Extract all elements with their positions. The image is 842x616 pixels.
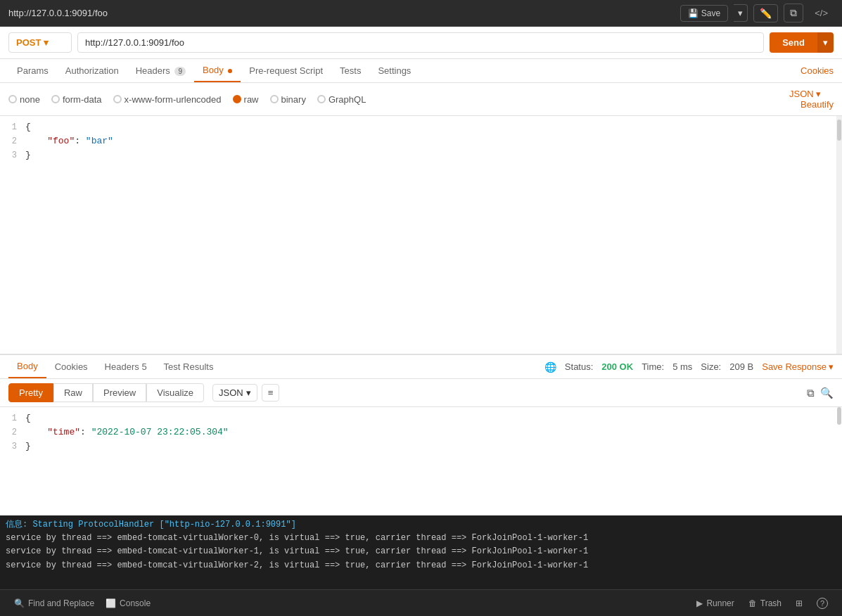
save-response-label: Save Response (762, 361, 827, 372)
req-keyval: "foo": "bar" (25, 136, 842, 146)
radio-none[interactable]: none (8, 94, 40, 105)
response-tab-cookies[interactable]: Cookies (46, 356, 96, 378)
method-select[interactable]: POST ▾ (8, 32, 72, 53)
request-body-wrapper: 1 { 2 "foo": "bar" 3 } (0, 116, 842, 354)
req-line-2: 2 "foo": "bar" (0, 136, 842, 150)
save-response-button[interactable]: Save Response ▾ (762, 361, 834, 372)
tab-tests[interactable]: Tests (331, 60, 369, 82)
tab-headers[interactable]: Headers 9 (127, 60, 194, 82)
req-linenum-2: 2 (0, 136, 25, 146)
request-code-area[interactable]: 1 { 2 "foo": "bar" 3 } (0, 116, 842, 354)
save-icon: 💾 (688, 8, 699, 18)
terminal-line-3: service by thread ==> embed-tomcat-virtu… (6, 559, 836, 572)
save-button[interactable]: 💾 Save (680, 5, 728, 22)
res-brace-open: { (25, 413, 842, 423)
radio-urlencoded[interactable]: x-www-form-urlencoded (113, 94, 222, 105)
filter-button[interactable]: ≡ (262, 384, 280, 402)
radio-form-data-label: form-data (63, 94, 102, 105)
tab-settings[interactable]: Settings (369, 60, 419, 82)
trash-item[interactable]: 🗑 Trash (743, 598, 787, 608)
body-options-right: JSON ▾ Beautify (789, 89, 834, 110)
globe-icon: 🌐 (544, 361, 556, 373)
res-linenum-3: 3 (0, 441, 25, 451)
res-line-1: 1 { (0, 413, 842, 427)
req-linenum-3: 3 (0, 150, 25, 160)
view-tab-preview[interactable]: Preview (93, 383, 146, 402)
radio-binary[interactable]: binary (270, 94, 306, 105)
view-right: ⧉ 🔍 (807, 387, 834, 399)
response-json-select[interactable]: JSON ▾ (212, 384, 257, 402)
radio-form-data[interactable]: form-data (51, 94, 102, 105)
view-tab-pretty[interactable]: Pretty (8, 383, 53, 402)
res-linenum-2: 2 (0, 427, 25, 437)
tab-pre-request-script[interactable]: Pre-request Script (241, 60, 331, 82)
radio-raw-dot (233, 95, 241, 103)
req-val: "bar" (86, 136, 113, 146)
response-section: Body Cookies Headers 5 Test Results 🌐 St… (0, 354, 842, 515)
res-line-3: 3 } (0, 441, 842, 455)
console-label: Console (120, 598, 151, 608)
console-item[interactable]: ⬜ Console (100, 598, 156, 608)
response-tab-test-results-label: Test Results (164, 361, 214, 372)
size-value: 209 B (729, 361, 753, 372)
size-label: Size: (701, 361, 721, 372)
beautify-button[interactable]: Beautify (800, 99, 834, 110)
tab-params[interactable]: Params (8, 60, 57, 82)
view-tab-visualize[interactable]: Visualize (146, 383, 204, 402)
postman-area: POST ▾ Send ▾ Params Authorization Heade… (0, 27, 842, 354)
radio-raw[interactable]: raw (233, 94, 259, 105)
title-bar-right: 💾 Save ▾ ✏️ ⧉ </> (680, 4, 834, 23)
req-key: "foo" (47, 136, 75, 146)
bottom-bar: 🔍 Find and Replace ⬜ Console ▶ Runner 🗑 … (0, 589, 842, 616)
req-line-3: 3 } (0, 150, 842, 164)
radio-none-dot (8, 95, 17, 103)
res-scrollbar-thumb[interactable] (837, 407, 841, 425)
view-tabs: Pretty Raw Preview Visualize JSON ▾ ≡ ⧉ … (0, 379, 842, 407)
response-tab-cookies-label: Cookies (55, 361, 88, 372)
response-code-wrapper: 1 { 2 "time": "2022-10-07 23:22:05.304" … (0, 407, 842, 515)
method-dropdown-icon: ▾ (44, 37, 49, 48)
req-brace-close: } (25, 150, 842, 160)
response-tab-headers[interactable]: Headers 5 (96, 356, 155, 378)
url-input[interactable] (77, 32, 764, 53)
send-main-button[interactable]: Send (770, 32, 817, 53)
req-linenum-1: 1 (0, 122, 25, 132)
bottom-bar-right: ▶ Runner 🗑 Trash ⊞ ? (691, 598, 834, 609)
layout-item[interactable]: ⊞ (790, 598, 808, 608)
method-label: POST (16, 37, 41, 48)
url-bar: POST ▾ Send ▾ (0, 27, 842, 59)
save-response-chevron: ▾ (829, 361, 834, 372)
runner-item[interactable]: ▶ Runner (691, 598, 739, 608)
edit-button[interactable]: ✏️ (753, 4, 778, 23)
time-value: 5 ms (672, 361, 692, 372)
copy-icon: ⧉ (807, 387, 815, 399)
radio-raw-label: raw (244, 94, 259, 105)
tab-headers-label: Headers (136, 65, 170, 76)
send-dropdown-button[interactable]: ▾ (817, 32, 834, 53)
body-dot (228, 69, 232, 73)
code-button[interactable]: </> (809, 5, 834, 21)
title-bar: http://127.0.0.1:9091/foo 💾 Save ▾ ✏️ ⧉ … (0, 0, 842, 27)
scrollbar-thumb[interactable] (837, 120, 841, 141)
status-label: Status: (565, 361, 593, 372)
save-dropdown-button[interactable]: ▾ (734, 4, 748, 22)
radio-urlencoded-label: x-www-form-urlencoded (125, 94, 222, 105)
response-tab-bar: Body Cookies Headers 5 Test Results 🌐 St… (0, 355, 842, 379)
radio-form-data-dot (51, 95, 60, 103)
search-response-button[interactable]: 🔍 (820, 387, 834, 399)
tab-authorization[interactable]: Authorization (57, 60, 127, 82)
find-replace-item[interactable]: 🔍 Find and Replace (8, 598, 100, 608)
code-icon: </> (815, 8, 828, 18)
radio-graphql[interactable]: GraphQL (317, 94, 366, 105)
trash-label: Trash (760, 598, 782, 608)
copy-response-button[interactable]: ⧉ (807, 387, 815, 399)
response-tab-body[interactable]: Body (8, 355, 46, 378)
help-item[interactable]: ? (811, 598, 834, 609)
copy-button[interactable]: ⧉ (784, 4, 803, 23)
json-select[interactable]: JSON ▾ (789, 89, 834, 99)
response-tab-test-results[interactable]: Test Results (155, 356, 222, 378)
tab-body[interactable]: Body (194, 59, 241, 82)
console-icon: ⬜ (106, 598, 116, 608)
view-tab-raw[interactable]: Raw (53, 383, 93, 402)
cookies-link[interactable]: Cookies (800, 65, 834, 76)
